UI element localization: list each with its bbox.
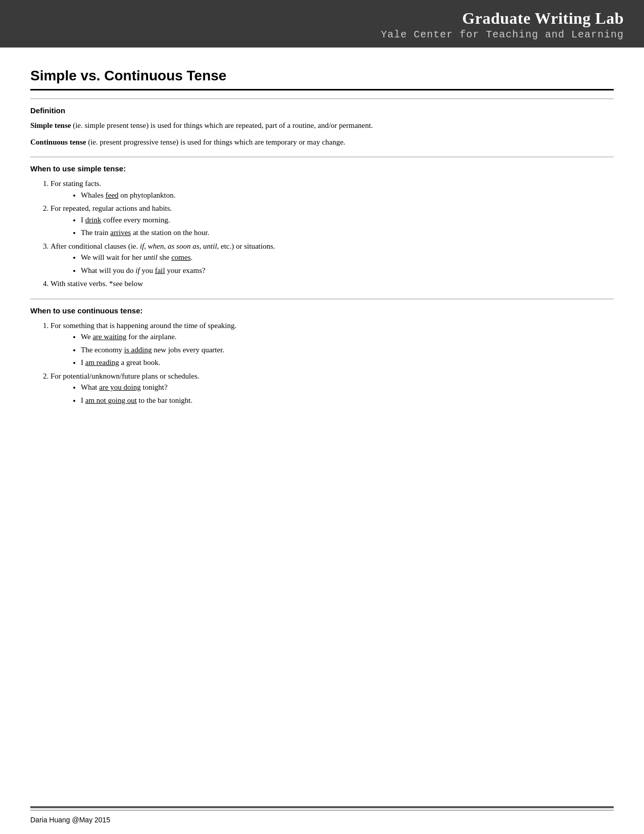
bullet-list: Whales feed on phytoplankton. bbox=[81, 190, 614, 201]
section-divider-continuous bbox=[30, 299, 614, 299]
list-item: Whales feed on phytoplankton. bbox=[81, 190, 614, 201]
underline-text: drink bbox=[85, 216, 102, 224]
underline-text: are waiting bbox=[92, 333, 126, 341]
list-item: We will wait for her until she comes. bbox=[81, 252, 614, 263]
italic-text: until bbox=[143, 253, 158, 261]
simple-tense-section: When to use simple tense: For stating fa… bbox=[30, 157, 614, 290]
simple-tense-bold: Simple tense bbox=[30, 121, 71, 129]
continuous-tense-bold: Continuous tense bbox=[30, 138, 86, 146]
bullet-list: We will wait for her until she comes. Wh… bbox=[81, 252, 614, 276]
definition-block: Simple tense (ie. simple present tense) … bbox=[30, 120, 614, 148]
list-item: For something that is happening around t… bbox=[51, 320, 614, 368]
continuous-tense-rest: (ie. present progressive tense) is used … bbox=[86, 138, 345, 146]
list-item: For repeated, regular actions and habits… bbox=[51, 203, 614, 239]
list-item: With stative verbs. *see below bbox=[51, 278, 614, 290]
continuous-tense-section: When to use continuous tense: For someth… bbox=[30, 299, 614, 406]
simple-tense-heading: When to use simple tense: bbox=[30, 164, 614, 173]
list-item-text: For potential/unknown/future plans or sc… bbox=[51, 372, 200, 380]
list-item: I am not going out to the bar tonight. bbox=[81, 395, 614, 406]
list-item: The train arrives at the station on the … bbox=[81, 227, 614, 239]
list-item-text: For repeated, regular actions and habits… bbox=[51, 204, 172, 212]
list-item: I drink coffee every morning. bbox=[81, 214, 614, 226]
underline-text: arrives bbox=[110, 228, 131, 237]
list-item: I am reading a great book. bbox=[81, 357, 614, 368]
continuous-tense-list: For something that is happening around t… bbox=[51, 320, 614, 406]
definition-heading: Definition bbox=[30, 106, 614, 115]
bullet-list: What are you doing tonight? I am not goi… bbox=[81, 382, 614, 406]
bullet-list: I drink coffee every morning. The train … bbox=[81, 214, 614, 239]
list-item-text: After conditional clauses (ie. if, when,… bbox=[51, 242, 275, 250]
list-item-text: With stative verbs. *see below bbox=[51, 280, 143, 288]
list-item: The economy is adding new jobs every qua… bbox=[81, 344, 614, 356]
simple-tense-def: Simple tense (ie. simple present tense) … bbox=[30, 120, 614, 131]
footer: Daria Huang @May 2015 bbox=[0, 806, 644, 834]
top-divider bbox=[30, 89, 614, 90]
definition-section: Definition Simple tense (ie. simple pres… bbox=[30, 99, 614, 148]
list-item: What are you doing tonight? bbox=[81, 382, 614, 393]
header-title: Graduate Writing Lab bbox=[20, 9, 624, 28]
header: Graduate Writing Lab Yale Center for Tea… bbox=[0, 0, 644, 48]
underline-text: am not going out bbox=[85, 396, 137, 404]
list-item: After conditional clauses (ie. if, when,… bbox=[51, 241, 614, 276]
continuous-tense-heading: When to use continuous tense: bbox=[30, 306, 614, 315]
list-item: For potential/unknown/future plans or sc… bbox=[51, 370, 614, 406]
underline-text: are you doing bbox=[99, 383, 140, 391]
section-divider-def bbox=[30, 99, 614, 99]
simple-tense-rest: (ie. simple present tense) is used for t… bbox=[71, 121, 373, 129]
underline-text: is adding bbox=[124, 346, 152, 354]
footer-divider-top bbox=[30, 806, 614, 808]
bullet-list: We are waiting for the airplane. The eco… bbox=[81, 331, 614, 368]
footer-text: Daria Huang @May 2015 bbox=[0, 811, 644, 834]
continuous-tense-def: Continuous tense (ie. present progressiv… bbox=[30, 136, 614, 148]
italic-text: if bbox=[135, 266, 139, 274]
list-item: For stating facts. Whales feed on phytop… bbox=[51, 178, 614, 201]
header-subtitle: Yale Center for Teaching and Learning bbox=[20, 29, 624, 40]
section-divider-simple bbox=[30, 157, 614, 157]
list-item: What will you do if you fail your exams? bbox=[81, 265, 614, 276]
underline-text: am reading bbox=[85, 358, 119, 366]
underline-text: comes bbox=[171, 253, 190, 261]
underline-text: fail bbox=[155, 266, 165, 274]
page-content: Simple vs. Continuous Tense Definition S… bbox=[0, 48, 644, 406]
list-item: We are waiting for the airplane. bbox=[81, 331, 614, 343]
list-item-text: For something that is happening around t… bbox=[51, 321, 236, 330]
underline-text: feed bbox=[106, 191, 119, 199]
list-item-text: For stating facts. bbox=[51, 179, 101, 188]
page-title: Simple vs. Continuous Tense bbox=[30, 68, 614, 84]
simple-tense-list: For stating facts. Whales feed on phytop… bbox=[51, 178, 614, 290]
